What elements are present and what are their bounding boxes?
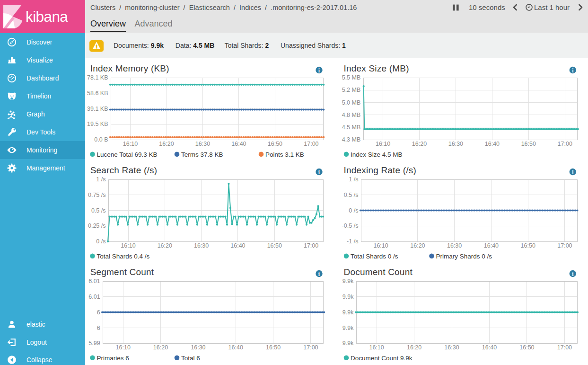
svg-text:9.9k: 9.9k [342, 278, 354, 285]
svg-text:16:30: 16:30 [195, 141, 210, 147]
svg-text:0 /s: 0 /s [349, 207, 358, 214]
svg-text:9.9k: 9.9k [342, 325, 354, 331]
svg-text:16:10: 16:10 [123, 141, 138, 147]
svg-text:Index Memory (KB): Index Memory (KB) [90, 63, 169, 73]
svg-text:Document Count 9.9k: Document Count 9.9k [351, 355, 412, 362]
svg-text:16:20: 16:20 [410, 242, 425, 249]
svg-text:16:10: 16:10 [121, 242, 135, 249]
svg-text:4.3 MB: 4.3 MB [342, 136, 361, 143]
svg-text:9.9k: 9.9k [342, 294, 354, 300]
svg-text:Terms 37.8 KB: Terms 37.8 KB [181, 151, 223, 158]
svg-text:Index Size 4.5 MB: Index Size 4.5 MB [351, 151, 403, 158]
svg-text:16:50: 16:50 [266, 344, 281, 351]
svg-text:16:10: 16:10 [116, 344, 131, 351]
svg-text:16:40: 16:40 [230, 242, 245, 249]
svg-text:0.5 /s: 0.5 /s [344, 192, 359, 198]
svg-text:16:10: 16:10 [373, 242, 388, 249]
svg-text:4.5 MB: 4.5 MB [342, 124, 361, 131]
svg-text:Lucene Total 69.3 KB: Lucene Total 69.3 KB [97, 151, 158, 158]
svg-text:Index Size (MB): Index Size (MB) [344, 63, 409, 73]
svg-text:5.5 MB: 5.5 MB [342, 74, 361, 81]
svg-text:16:40: 16:40 [228, 344, 243, 351]
svg-text:16:20: 16:20 [159, 141, 174, 147]
svg-text:0.5 /s: 0.5 /s [91, 207, 106, 214]
svg-text:5.2 MB: 5.2 MB [342, 87, 361, 93]
svg-text:9.9k: 9.9k [342, 340, 354, 347]
svg-text:58.6 KB: 58.6 KB [87, 90, 108, 97]
svg-text:16:40: 16:40 [484, 242, 499, 249]
svg-text:17:00: 17:00 [303, 344, 318, 351]
svg-text:16:50: 16:50 [521, 141, 536, 147]
svg-text:16:50: 16:50 [268, 141, 282, 147]
svg-text:Total 6: Total 6 [181, 355, 200, 362]
svg-text:0.0 B: 0.0 B [94, 136, 108, 143]
svg-text:-0.5 /s: -0.5 /s [342, 223, 359, 229]
svg-text:Search Rate (/s): Search Rate (/s) [90, 165, 158, 175]
svg-text:16:20: 16:20 [412, 141, 427, 147]
svg-text:16:30: 16:30 [194, 242, 209, 249]
svg-text:16:50: 16:50 [267, 242, 282, 249]
svg-text:19.5 KB: 19.5 KB [87, 121, 108, 127]
svg-text:16:30: 16:30 [191, 344, 205, 351]
svg-text:0.25 /s: 0.25 /s [88, 223, 106, 229]
svg-text:Total Shards 0.4 /s: Total Shards 0.4 /s [97, 253, 150, 260]
svg-text:Primaries 6: Primaries 6 [97, 355, 129, 362]
svg-text:16:30: 16:30 [444, 344, 459, 351]
svg-text:39.1 KB: 39.1 KB [87, 106, 108, 112]
svg-text:16:30: 16:30 [447, 242, 462, 249]
svg-text:Indexing Rate (/s): Indexing Rate (/s) [344, 165, 417, 175]
svg-text:Primary Shards 0 /s: Primary Shards 0 /s [436, 253, 492, 260]
svg-text:16:50: 16:50 [519, 344, 534, 351]
svg-text:Points 3.1 KB: Points 3.1 KB [265, 151, 304, 158]
svg-text:16:40: 16:40 [485, 141, 500, 147]
svg-text:5.99: 5.99 [88, 340, 100, 347]
svg-text:1 /s: 1 /s [349, 176, 358, 183]
svg-text:17:00: 17:00 [557, 344, 572, 351]
svg-text:1 /s: 1 /s [96, 176, 105, 183]
svg-text:6.01: 6.01 [88, 278, 100, 285]
svg-text:5.0 MB: 5.0 MB [342, 99, 361, 106]
svg-text:17:00: 17:00 [304, 242, 318, 249]
svg-text:0 /s: 0 /s [96, 238, 105, 245]
svg-text:17:00: 17:00 [304, 141, 318, 147]
svg-text:Segment Count: Segment Count [90, 267, 154, 277]
svg-text:16:30: 16:30 [448, 141, 463, 147]
svg-text:16:20: 16:20 [158, 242, 172, 249]
svg-text:4.8 MB: 4.8 MB [342, 112, 361, 118]
svg-text:17:00: 17:00 [558, 141, 572, 147]
svg-text:0.75 /s: 0.75 /s [88, 192, 106, 198]
svg-text:6: 6 [97, 325, 100, 331]
svg-text:-1 /s: -1 /s [347, 238, 358, 245]
svg-text:16:20: 16:20 [407, 344, 421, 351]
svg-text:6.01: 6.01 [88, 294, 100, 300]
svg-text:16:10: 16:10 [369, 344, 384, 351]
svg-text:9.9k: 9.9k [342, 309, 354, 316]
svg-text:Total Shards 0 /s: Total Shards 0 /s [351, 253, 398, 260]
svg-text:17:00: 17:00 [557, 242, 572, 249]
svg-text:16:20: 16:20 [153, 344, 168, 351]
svg-text:78.1 KB: 78.1 KB [87, 74, 108, 81]
svg-text:16:40: 16:40 [482, 344, 497, 351]
svg-text:16:10: 16:10 [376, 141, 390, 147]
svg-text:Document Count: Document Count [344, 267, 413, 277]
svg-text:16:40: 16:40 [231, 141, 246, 147]
svg-text:6: 6 [97, 309, 100, 316]
svg-text:16:50: 16:50 [521, 242, 535, 249]
